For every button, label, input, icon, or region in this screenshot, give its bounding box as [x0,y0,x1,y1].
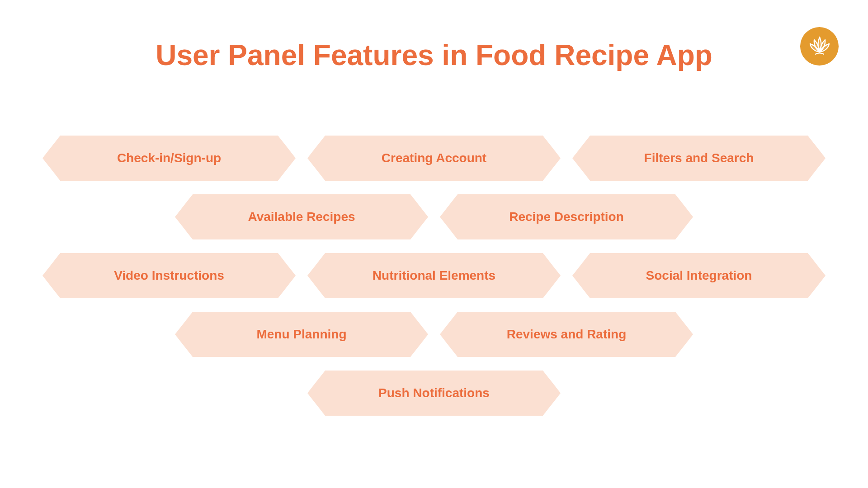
feature-row: Video Instructions Nutritional Elements … [32,253,836,298]
feature-hex: Menu Planning [175,312,428,357]
feature-hex: Reviews and Rating [440,312,693,357]
feature-row: Push Notifications [32,371,836,416]
feature-hex: Video Instructions [42,253,296,298]
feature-hex: Check-in/Sign-up [42,136,296,181]
feature-hex: Push Notifications [307,371,561,416]
feature-hex: Nutritional Elements [307,253,561,298]
feature-hex: Recipe Description [440,194,693,239]
feature-rows: Check-in/Sign-up Creating Account Filter… [32,136,836,416]
feature-hex: Creating Account [307,136,561,181]
feature-row: Menu Planning Reviews and Rating [32,312,836,357]
page-title: User Panel Features in Food Recipe App [156,38,712,72]
feature-hex: Filters and Search [572,136,826,181]
feature-row: Check-in/Sign-up Creating Account Filter… [32,136,836,181]
lotus-logo-icon [800,27,839,66]
feature-hex: Social Integration [572,253,826,298]
feature-hex: Available Recipes [175,194,428,239]
feature-row: Available Recipes Recipe Description [32,194,836,239]
